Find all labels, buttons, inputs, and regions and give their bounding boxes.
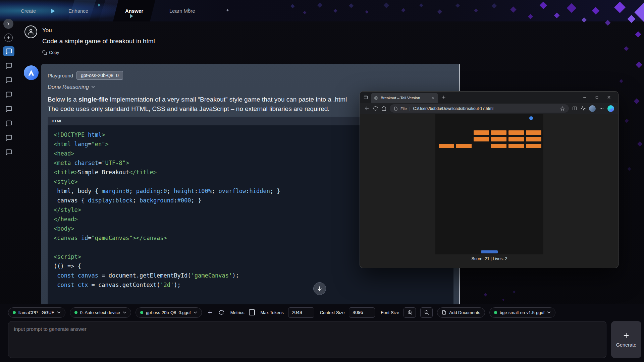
sidebar-chat-2[interactable]	[3, 61, 14, 71]
sidebar-expand-button[interactable]	[3, 19, 13, 29]
top-nav: CreateEnhanceAnswerLearn More	[0, 0, 644, 21]
chat-bubble-icon	[5, 106, 12, 113]
device-dropdown[interactable]: 0: Auto select device	[70, 307, 131, 318]
sidebar-chats	[3, 46, 14, 157]
document-icon	[442, 310, 446, 315]
model-badge: gpt-oss-20b-Q8_0	[76, 71, 123, 80]
sidebar-chat-8[interactable]	[3, 147, 14, 157]
copy-button[interactable]: Copy	[42, 50, 59, 55]
context-size-label: Context Size	[320, 310, 345, 315]
add-model-button[interactable]	[206, 309, 214, 316]
status-dot	[494, 311, 497, 314]
add-documents-label: Add Documents	[449, 310, 480, 315]
font-zoom-out-button[interactable]	[420, 307, 433, 318]
font-size-label: Font Size	[381, 310, 399, 315]
embedding-dropdown[interactable]: bge-small-en-v1.5-gguf	[489, 307, 556, 318]
game-brick	[474, 130, 489, 135]
status-dot	[140, 311, 143, 314]
window-maximize-button[interactable]	[591, 92, 603, 103]
person-icon	[28, 28, 34, 35]
prompt-input[interactable]	[8, 321, 606, 358]
sidebar-chat-5[interactable]	[3, 104, 14, 114]
back-button[interactable]	[364, 106, 370, 111]
bottom-panel: llamaCPP - GGUF 0: Auto select device gp…	[0, 304, 644, 362]
tab-close-icon[interactable]	[431, 96, 435, 100]
game-brick	[491, 144, 506, 148]
sync-icon	[219, 310, 224, 315]
sidebar-chat-3[interactable]	[3, 75, 14, 85]
tab-enhance[interactable]: Enhance	[68, 0, 88, 21]
arrow-down-icon	[317, 286, 323, 292]
intro-bold: single-file	[78, 96, 108, 103]
window-close-button[interactable]	[603, 92, 615, 103]
game-brick	[508, 130, 524, 135]
status-dot	[74, 311, 77, 314]
split-screen-icon[interactable]	[572, 106, 577, 111]
reload-button[interactable]	[373, 106, 378, 111]
intro-suffix: implementation of a very small “Breakout…	[108, 96, 347, 103]
model-label: gpt-oss-20b-Q8_0.gguf	[146, 310, 191, 315]
plus-icon	[207, 309, 213, 315]
game-canvas[interactable]	[435, 114, 543, 254]
browser-titlebar: Breakout – Tall Version	[360, 92, 618, 103]
new-chat-button[interactable]	[4, 34, 13, 42]
reasoning-label: Done Reasoning	[48, 84, 89, 90]
tab-answer[interactable]: Answer	[116, 0, 153, 21]
profile-avatar[interactable]	[589, 105, 596, 112]
chevron-down-icon	[91, 86, 95, 88]
context-size-input[interactable]	[349, 307, 375, 318]
game-brick	[491, 130, 506, 135]
more-menu-icon[interactable]	[599, 106, 604, 111]
sidebar-chat-4[interactable]	[3, 89, 14, 100]
plus-icon	[6, 36, 11, 40]
browser-tab[interactable]: Breakout – Tall Version	[371, 93, 438, 103]
sidebar-chat-6[interactable]	[3, 118, 14, 128]
embedding-label: bge-small-en-v1.5-gguf	[500, 310, 545, 315]
file-icon	[394, 107, 398, 111]
chat-bubble-icon	[5, 91, 12, 98]
chat-bubble-icon	[5, 149, 12, 156]
backend-dropdown[interactable]: llamaCPP - GGUF	[8, 307, 65, 318]
chat-bubble-icon	[5, 120, 12, 127]
game-brick	[474, 137, 489, 141]
favorites-star-icon[interactable]	[560, 106, 565, 111]
add-documents-button[interactable]: Add Documents	[437, 307, 485, 318]
tab-list-icon[interactable]	[363, 95, 368, 100]
model-dropdown[interactable]: gpt-oss-20b-Q8_0.gguf	[136, 307, 202, 318]
user-message: Code a simple game of breakout in html	[42, 38, 155, 45]
assistant-avatar	[24, 65, 39, 80]
tab-create[interactable]: Create	[21, 0, 36, 21]
metrics-checkbox[interactable]	[249, 309, 255, 315]
copy-icon	[42, 50, 47, 55]
assistant-header: Playground gpt-oss-20b-Q8_0	[48, 71, 123, 80]
new-tab-button[interactable]	[441, 95, 446, 100]
window-minimize-button[interactable]	[579, 92, 591, 103]
app-root: CreateEnhanceAnswerLearn More You Code a…	[0, 0, 644, 362]
chevron-down-icon	[547, 311, 551, 314]
max-tokens-input[interactable]	[288, 307, 314, 318]
scroll-to-bottom-button[interactable]	[313, 282, 326, 295]
browser-essentials-icon[interactable]	[581, 106, 586, 111]
status-dot	[13, 311, 16, 314]
browser-content: Score: 21 | Lives: 2	[360, 114, 618, 268]
sidebar-chat-7[interactable]	[3, 133, 14, 143]
tab-learn-more[interactable]: Learn More	[169, 0, 195, 21]
chat-bubble-icon	[5, 134, 12, 141]
max-tokens-label: Max Tokens	[261, 310, 284, 315]
sidebar-chat-1[interactable]	[3, 46, 14, 56]
score-text: Score: 21 | Lives: 2	[435, 256, 543, 261]
home-button[interactable]	[381, 106, 386, 111]
refresh-models-button[interactable]	[218, 309, 225, 316]
copilot-icon[interactable]	[607, 105, 614, 112]
address-bar[interactable]: File | C:/Users/bobdu/Downloads/breakout…	[390, 104, 569, 113]
chat-bubble-icon	[5, 48, 12, 55]
chat-bubble-icon	[5, 62, 12, 69]
device-label: 0: Auto select device	[80, 310, 120, 315]
generate-button[interactable]: Generate	[611, 321, 641, 358]
playground-label: Playground	[48, 73, 73, 78]
game-brick	[526, 130, 541, 135]
font-zoom-in-button[interactable]	[404, 307, 416, 318]
game-brick	[491, 137, 506, 141]
reasoning-toggle[interactable]: Done Reasoning	[48, 84, 95, 90]
game-brick	[526, 144, 541, 148]
